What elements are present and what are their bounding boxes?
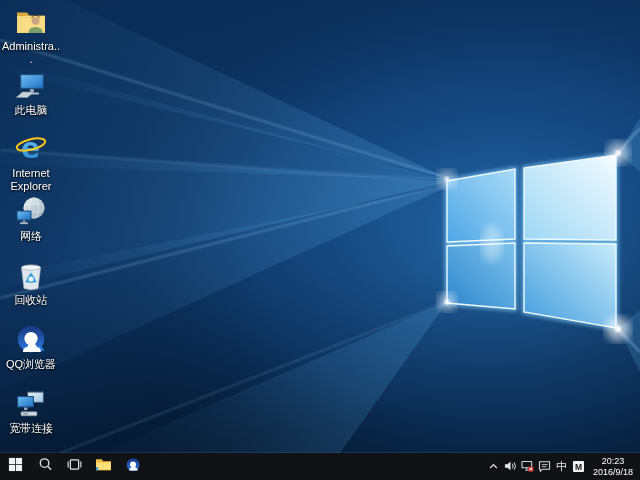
desktop-icon-administrator[interactable]: Administra... bbox=[0, 5, 62, 66]
desktop-icon-broadband[interactable]: 宽带连接 bbox=[0, 387, 62, 435]
taskbar: 中 M 20:23 2016/9/18 bbox=[0, 453, 640, 480]
desktop-icon-network[interactable]: 网络 bbox=[0, 195, 62, 243]
task-view-icon bbox=[67, 457, 82, 476]
action-center-button[interactable] bbox=[536, 453, 553, 480]
ime-chinese-mode-text: 中 bbox=[556, 461, 567, 472]
desktop-icon-label: 此电脑 bbox=[15, 104, 48, 117]
clock-date: 2016/9/18 bbox=[593, 467, 633, 478]
desktop-icon-this-pc[interactable]: 此电脑 bbox=[0, 69, 62, 117]
qq-browser-icon bbox=[14, 323, 48, 357]
hidden-icons-button[interactable] bbox=[485, 453, 502, 480]
desktop-icon-label: Internet Explorer bbox=[1, 167, 61, 193]
desktop-icon-label: 宽带连接 bbox=[9, 422, 53, 435]
network-disconnected-icon bbox=[521, 458, 534, 476]
windows-logo-icon bbox=[8, 457, 23, 476]
clock-time: 20:23 bbox=[602, 456, 625, 467]
taskbar-clock[interactable]: 20:23 2016/9/18 bbox=[587, 453, 640, 480]
speaker-icon bbox=[504, 458, 517, 476]
network-globe-icon bbox=[14, 195, 48, 229]
desktop-icon-qq-browser[interactable]: QQ浏览器 bbox=[0, 323, 62, 371]
desktop-icon-internet-explorer[interactable]: e Internet Explorer bbox=[0, 132, 62, 193]
file-explorer-button[interactable] bbox=[89, 453, 118, 480]
search-icon bbox=[38, 457, 53, 476]
broadband-connection-icon bbox=[14, 387, 48, 421]
network-status-button[interactable] bbox=[519, 453, 536, 480]
computer-icon bbox=[14, 69, 48, 103]
chevron-up-icon bbox=[488, 458, 499, 476]
desktop-icon-label: 网络 bbox=[20, 230, 42, 243]
internet-explorer-icon: e bbox=[14, 132, 48, 166]
task-view-button[interactable] bbox=[60, 453, 89, 480]
qq-browser-taskbar-button[interactable] bbox=[118, 453, 147, 480]
recycle-bin-icon bbox=[14, 259, 48, 293]
system-tray: 中 M 20:23 2016/9/18 bbox=[485, 453, 640, 480]
windows-desktop: Administra... 此电脑 e bbox=[0, 0, 640, 480]
desktop-icon-label: 回收站 bbox=[15, 294, 48, 307]
desktop-icon-label: QQ浏览器 bbox=[6, 358, 56, 371]
search-button[interactable] bbox=[31, 453, 60, 480]
start-button[interactable] bbox=[0, 453, 31, 480]
ime-language-badge: M bbox=[573, 461, 584, 472]
user-folder-icon bbox=[14, 5, 48, 39]
folder-icon bbox=[95, 457, 112, 476]
qq-browser-icon bbox=[125, 457, 141, 477]
action-center-icon bbox=[538, 458, 551, 476]
volume-button[interactable] bbox=[502, 453, 519, 480]
wallpaper-windows-hero bbox=[0, 0, 640, 453]
ime-language-button[interactable]: M bbox=[570, 453, 587, 480]
ime-mode-indicator[interactable]: 中 bbox=[553, 453, 570, 480]
desktop-icon-recycle-bin[interactable]: 回收站 bbox=[0, 259, 62, 307]
desktop-icon-label: Administra... bbox=[1, 40, 61, 66]
